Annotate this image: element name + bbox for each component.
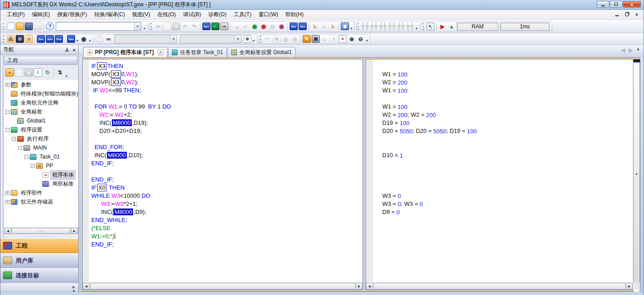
monitor-stop-icon[interactable]: ◉	[259, 23, 268, 30]
tree-item-Global1[interactable]: Global1	[4, 116, 78, 125]
tree-expand-icon[interactable]: -	[24, 155, 28, 159]
toolbar-overflow-icon[interactable]: ▾	[416, 27, 417, 32]
toolbar-overflow-icon[interactable]: ▾	[143, 27, 145, 32]
scroll-right-icon[interactable]: ▶	[71, 228, 78, 234]
toolbar-overflow-icon[interactable]: ▾	[350, 27, 352, 32]
panel-splitter[interactable]: ·········	[4, 235, 78, 238]
dropdown-caret-icon[interactable]: ▾	[66, 74, 67, 79]
device-find-icon[interactable]: Dev	[37, 35, 45, 43]
window-select-combo[interactable]: ▼	[56, 22, 141, 31]
stop-icon[interactable]: ▲	[447, 23, 456, 30]
tree-expand-icon[interactable]: +	[5, 191, 9, 195]
dock-button-连接目标[interactable]: 连接目标	[0, 268, 78, 283]
select-mode-icon[interactable]: ↖	[426, 23, 434, 30]
bookmark-prev-icon[interactable]: ↑	[330, 35, 338, 43]
mdi-minimize-button[interactable]	[614, 11, 620, 17]
menu-item-T[interactable]: 工具(T)	[230, 10, 255, 19]
tree-item-[interactable]: -执行程序	[4, 134, 78, 143]
code-hscrollbar[interactable]: ◀ ▶	[83, 282, 362, 290]
new-project-icon[interactable]	[7, 23, 15, 30]
scroll-thumb[interactable]: | | |	[12, 228, 71, 234]
device-display-mode-icon[interactable]: Dev	[67, 35, 75, 43]
refresh-icon[interactable]: ↻	[43, 68, 52, 77]
bookmark-list-icon[interactable]: ▦	[312, 35, 320, 43]
write-to-plc-icon[interactable]: →	[233, 23, 241, 30]
menu-item-B[interactable]: 调试(B)	[179, 10, 205, 19]
menu-item-W[interactable]: 窗口(W)	[255, 10, 282, 19]
zoom-in-icon[interactable]: ⊕	[348, 35, 356, 43]
pc-monitor-icon[interactable]: ▦	[341, 23, 349, 30]
toolbar-drag-handle[interactable]	[3, 36, 5, 43]
bookmark-delete-icon[interactable]: ×	[339, 35, 347, 43]
dock-button-用户库[interactable]: 用户库	[0, 253, 78, 268]
run-icon[interactable]: ▶	[438, 23, 447, 30]
menu-item-F[interactable]: 搜索/替换(F)	[54, 10, 91, 19]
pin-icon[interactable]	[65, 48, 69, 52]
tree-item-MAIN[interactable]: -MAIN	[4, 143, 78, 152]
tree-expand-icon[interactable]: -	[12, 137, 16, 141]
scroll-thumb[interactable]	[90, 283, 355, 290]
tree-item-Task_01[interactable]: -Task_01	[4, 152, 78, 161]
open-project-icon[interactable]	[16, 23, 24, 30]
device-list-icon[interactable]: Dev	[46, 35, 54, 43]
page-find-icon[interactable]: ◉	[243, 35, 251, 43]
tree-item-[interactable]: -全局标签	[4, 107, 78, 116]
dropdown-caret-icon[interactable]: ▾	[76, 39, 78, 44]
menu-item-E[interactable]: 编辑(E)	[28, 10, 54, 19]
menu-item-D[interactable]: 诊断(D)	[205, 10, 230, 19]
device-display-off-icon[interactable]: Dev	[299, 23, 307, 30]
scroll-right-icon[interactable]: ▶	[626, 283, 633, 290]
cross-reference-icon[interactable]: ∞	[104, 35, 112, 43]
scroll-up-icon[interactable]: ▲	[633, 62, 640, 285]
monitor-vscrollbar[interactable]: ▲ ▼	[633, 59, 640, 282]
dropdown-caret-icon[interactable]: ▾	[89, 39, 91, 44]
jump-next-icon[interactable]: ↳	[329, 23, 337, 30]
toolbar-drag-handle[interactable]	[260, 36, 262, 43]
sort-icon[interactable]: ⇅	[56, 68, 64, 77]
menu-item-C[interactable]: 转换/编译(C)	[91, 10, 129, 19]
device-display-icon[interactable]: Dev	[290, 23, 298, 30]
combo-arrow-icon[interactable]: ▼	[170, 35, 177, 43]
find-target-combo[interactable]: ▼	[114, 35, 177, 43]
tab-close-icon[interactable]: ×	[157, 49, 164, 55]
output-window-icon[interactable]: ≡	[25, 35, 33, 43]
mdi-close-button[interactable]: ×	[634, 11, 640, 17]
save-project-icon[interactable]	[25, 23, 33, 30]
bookmark-next-icon[interactable]: ↓	[321, 35, 329, 43]
minimize-button[interactable]	[597, 1, 609, 8]
hardware-config-icon[interactable]: HK	[220, 23, 228, 30]
monitor-hscrollbar[interactable]: ◀ ▶	[366, 282, 633, 290]
scroll-thumb[interactable]	[373, 283, 626, 290]
device-batch-icon[interactable]: Dev	[55, 35, 63, 43]
menu-item-O[interactable]: 在线(O)	[154, 10, 179, 19]
tree-item-[interactable]: +参数	[4, 80, 78, 89]
tree-item-[interactable]: +程序部件	[4, 188, 78, 197]
tree-item-[interactable]: 局部标签	[4, 179, 78, 188]
tree-expand-icon[interactable]: +	[5, 200, 9, 204]
find-range-combo[interactable]: ▼	[180, 35, 242, 43]
combo-arrow-icon[interactable]: ▼	[234, 35, 241, 43]
toolbar-drag-handle[interactable]	[358, 23, 359, 30]
scroll-left-icon[interactable]: ◀	[83, 283, 89, 290]
close-button[interactable]: ×	[623, 1, 641, 8]
tree-expand-icon[interactable]: -	[18, 146, 22, 150]
new-item-icon[interactable]: +	[5, 68, 14, 77]
toolbar-drag-handle[interactable]	[151, 23, 152, 30]
mdi-restore-button[interactable]	[624, 11, 630, 17]
menu-item-V[interactable]: 视图(V)	[129, 10, 154, 19]
tab-Task_01[interactable]: 任务登录 Task_01	[168, 47, 227, 57]
scroll-left-icon[interactable]: ◀	[366, 283, 373, 290]
zoom-out-icon[interactable]: ⊖	[357, 35, 365, 43]
restore-button[interactable]	[610, 1, 622, 8]
device-comment-icon[interactable]: Dev	[202, 23, 210, 30]
scroll-left-icon[interactable]: ◀	[4, 228, 11, 234]
item-info-icon[interactable]: i	[34, 68, 42, 77]
st-code-editor[interactable]: IFX3THENMOVP(X30,W1);MOVP(X30,W2); IF W1…	[89, 59, 362, 282]
monitor-start-icon[interactable]: ◉	[250, 23, 259, 30]
jump-source-icon[interactable]: ↳	[311, 23, 319, 30]
tree-item-[interactable]: 全局软元件注释	[4, 98, 78, 107]
toolbar-drag-handle[interactable]	[3, 23, 5, 30]
navigation-window-icon[interactable]: 品	[7, 35, 15, 43]
tree-expand-icon[interactable]: -	[31, 164, 35, 168]
toolbar-overflow-icon[interactable]: ▾	[366, 39, 368, 44]
